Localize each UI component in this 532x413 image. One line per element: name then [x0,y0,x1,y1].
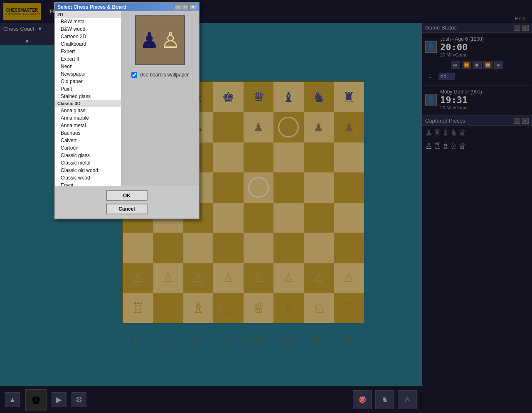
item-expert-ii[interactable]: Expert II [55,55,121,63]
dialog-close-btn[interactable]: × [190,4,196,10]
item-calvert[interactable]: Calvert [55,137,121,144]
dialog-body: 2D B&W metal B&W wood Cartoon 2D Chalkbo… [55,11,199,219]
dialog-minimize-btn[interactable]: − [175,4,181,10]
item-anna-glass[interactable]: Anna glass [55,107,121,114]
item-neon[interactable]: Neon [55,63,121,70]
dialog-title-buttons: − □ × [175,4,196,10]
item-bauhaus[interactable]: Bauhaus [55,129,121,137]
piece-preview-area: ♟ ♙ Use board's wallpaper [121,11,199,186]
item-chalkboard[interactable]: Chalkboard [55,40,121,48]
wallpaper-option: Use board's wallpaper [131,72,189,78]
piece-list[interactable]: 2D B&W metal B&W wood Cartoon 2D Chalkbo… [55,11,121,186]
item-bw-wood[interactable]: B&W wood [55,25,121,33]
item-anna-marble[interactable]: Anna marble [55,114,121,122]
preview-image: ♟ ♙ [135,15,185,65]
dialog-list-area: 2D B&W metal B&W wood Cartoon 2D Chalkbo… [55,11,199,186]
item-stained-glass[interactable]: Stained glass [55,93,121,100]
dialog-maximize-btn[interactable]: □ [182,4,189,10]
wallpaper-label[interactable]: Use board's wallpaper [140,72,189,78]
dialog-title: Select Chess Pieces & Board [57,4,126,10]
wallpaper-checkbox[interactable] [131,72,137,78]
section-classic3d-header: Classic 3D [55,100,121,107]
item-classic-glass[interactable]: Classic glass [55,152,121,159]
item-egypt[interactable]: Egypt [55,182,121,186]
dialog-overlay: Select Chess Pieces & Board − □ × 2D B&W… [0,0,532,413]
item-paint[interactable]: Paint [55,85,121,93]
select-pieces-dialog: Select Chess Pieces & Board − □ × 2D B&W… [54,2,200,219]
item-anna-metal[interactable]: Anna metal [55,122,121,129]
section-2d-header: 2D [55,11,121,18]
ok-button[interactable]: OK [106,190,148,201]
dialog-buttons: OK Cancel [55,186,199,219]
item-cartoon[interactable]: Cartoon [55,144,121,152]
item-cartoon-2d[interactable]: Cartoon 2D [55,33,121,40]
item-classic-old-wood[interactable]: Classic old wood [55,167,121,174]
cancel-button[interactable]: Cancel [106,204,148,214]
item-classic-wood[interactable]: Classic wood [55,174,121,182]
item-classic-metal[interactable]: Classic metal [55,159,121,167]
item-newspaper[interactable]: Newspaper [55,70,121,78]
dialog-titlebar: Select Chess Pieces & Board − □ × [55,3,199,11]
item-old-paper[interactable]: Old paper [55,78,121,85]
item-bw-metal[interactable]: B&W metal [55,18,121,25]
item-expert[interactable]: Expert [55,48,121,55]
